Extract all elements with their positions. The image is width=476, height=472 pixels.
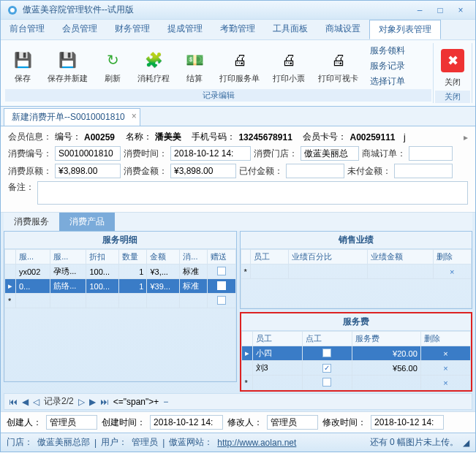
paid-input[interactable] [286, 164, 344, 178]
nav-step-back[interactable]: ◁ [33, 397, 39, 407]
ctime-label: 创建时间： [102, 416, 146, 429]
col-del[interactable]: 删除 [433, 250, 471, 264]
table-new-row[interactable]: *× [241, 376, 471, 390]
status-store-value: 傲蓝美丽总部 [37, 436, 90, 449]
creator-input[interactable] [46, 415, 97, 430]
piece-checkbox[interactable] [322, 378, 331, 387]
money-icon: 💵 [183, 48, 206, 72]
mtime-label: 修改时间： [322, 416, 366, 429]
col-gift[interactable]: 赠送 [208, 250, 235, 264]
print-ticket-button[interactable]: 🖨打印小票 [267, 43, 311, 89]
save-new-button[interactable]: 💾保存并新建 [42, 43, 94, 89]
menu-tab-0[interactable]: 前台管理 [1, 20, 53, 39]
select-order-link[interactable]: 选择订单 [366, 74, 409, 89]
print-service-button[interactable]: 🖨打印服务单 [214, 43, 265, 89]
refresh-button[interactable]: ↻刷新 [95, 43, 130, 89]
record-navigator: ⏮ ◀ ◁ 记录2/2 ▷ ▶ ⏭ <="span">+ − [4, 393, 472, 410]
gift-checkbox[interactable] [217, 281, 226, 290]
col-type[interactable]: 消... [180, 250, 208, 264]
col-pct[interactable]: 业绩百分比 [289, 250, 368, 264]
member-cardno-value: A00259111 [350, 132, 395, 142]
table-new-row[interactable]: *× [241, 264, 472, 279]
nav-step-fwd[interactable]: ▷ [78, 397, 85, 407]
ribbon-group-label-edit: 记录编辑 [5, 89, 431, 102]
delete-button[interactable]: × [420, 361, 470, 376]
gift-checkbox[interactable] [217, 267, 226, 275]
save-button[interactable]: 💾保存 [5, 43, 40, 89]
document-tab[interactable]: 新建消费开单--S0010001810 × [4, 108, 140, 126]
nav-last[interactable]: ⏭ [100, 397, 109, 407]
titlebar: 傲蓝美容院管理软件--试用版 – □ × [1, 1, 475, 19]
nav-first[interactable]: ⏮ [9, 397, 18, 407]
table-row[interactable]: 刘3¥56.00× [241, 361, 471, 376]
orig-amount-input[interactable] [55, 164, 121, 178]
mall-order-input[interactable] [409, 146, 453, 161]
menu-tab-2[interactable]: 财务管理 [106, 20, 159, 39]
col-discount[interactable]: 折扣 [86, 250, 119, 264]
menu-tab-6[interactable]: 商城设置 [317, 20, 369, 39]
ribbon-group-label-close: 关闭 [435, 91, 470, 103]
resize-grip-icon[interactable]: ◢ [463, 438, 469, 448]
status-site-link[interactable]: http://www.aolan.net [217, 438, 296, 448]
menu-tab-5[interactable]: 工具面板 [264, 20, 317, 39]
menu-tab-3[interactable]: 提成管理 [159, 20, 211, 39]
col-emp[interactable]: 员工 [252, 332, 302, 346]
service-detail-title: 服务明细 [4, 232, 236, 249]
maximize-button[interactable]: □ [431, 5, 449, 15]
remark-label: 备注： [8, 181, 34, 194]
piece-checkbox[interactable] [322, 349, 331, 357]
nav-delete[interactable]: − [163, 397, 168, 407]
modifier-input[interactable] [267, 415, 318, 430]
minimize-button[interactable]: – [411, 5, 428, 15]
menu-tab-4[interactable]: 考勤管理 [211, 20, 264, 39]
table-row[interactable]: ▸ 0...筋络...100...1¥39...标准 [5, 279, 236, 294]
piece-checkbox[interactable] [322, 364, 331, 373]
order-no-input[interactable] [55, 146, 121, 161]
member-name-label: 名称： [126, 131, 152, 143]
sales-grid-title: 销售业绩 [241, 232, 472, 249]
col-code[interactable]: 服... [16, 250, 50, 264]
col-del[interactable]: 删除 [420, 332, 470, 346]
col-name[interactable]: 服... [50, 250, 86, 264]
col-qty[interactable]: 数量 [119, 250, 147, 264]
col-amt[interactable]: 业绩金额 [368, 250, 433, 264]
consume-course-button[interactable]: 🧩消耗疗程 [132, 43, 175, 89]
order-time-input[interactable] [170, 146, 251, 161]
creator-label: 创建人： [7, 416, 42, 429]
print-card-button[interactable]: 🖨打印可视卡 [312, 43, 364, 89]
remark-input[interactable] [37, 181, 468, 205]
table-row[interactable]: ▸小四¥20.00× [241, 346, 471, 361]
mtime-input[interactable] [371, 415, 444, 430]
close-button[interactable]: ✖ 关闭 [435, 43, 470, 91]
menu-bar: 前台管理 会员管理 财务管理 提成管理 考勤管理 工具面板 商城设置 对象列表管… [1, 19, 475, 40]
delete-button[interactable]: × [420, 376, 470, 390]
printer-icon: 🖨 [228, 48, 252, 72]
ctime-input[interactable] [150, 415, 223, 430]
member-scroll-right[interactable]: ▸ [464, 132, 468, 142]
unpaid-input[interactable] [394, 164, 453, 178]
table-new-row[interactable]: * [5, 294, 236, 308]
nav-next[interactable]: ▶ [89, 397, 96, 407]
status-bar: 门店： 傲蓝美丽总部 | 用户： 管理员 | 傲蓝网站： http://www.… [1, 433, 475, 452]
table-row[interactable]: yx002孕琇...100...1¥3,...标准 [5, 264, 236, 279]
gift-checkbox[interactable] [217, 296, 226, 305]
delete-button[interactable]: × [433, 264, 471, 279]
col-emp[interactable]: 员工 [250, 250, 288, 264]
menu-tab-1[interactable]: 会员管理 [53, 20, 106, 39]
document-tab-close[interactable]: × [132, 111, 137, 121]
col-amount[interactable]: 金额 [147, 250, 180, 264]
col-piece[interactable]: 点工 [302, 332, 352, 346]
service-material-link[interactable]: 服务领料 [366, 43, 409, 58]
amount-input[interactable] [170, 164, 236, 178]
order-store-label: 消费门店： [254, 148, 298, 160]
order-store-input[interactable] [301, 146, 359, 161]
close-window-button[interactable]: × [452, 5, 469, 15]
col-fee[interactable]: 服务费 [352, 332, 420, 346]
nav-prev[interactable]: ◀ [22, 397, 29, 407]
subtab-product[interactable]: 消费产品 [59, 213, 115, 231]
menu-tab-7[interactable]: 对象列表管理 [369, 20, 441, 39]
subtab-service[interactable]: 消费服务 [4, 213, 59, 231]
delete-button[interactable]: × [420, 346, 470, 361]
settle-button[interactable]: 💵结算 [177, 43, 212, 89]
service-record-link[interactable]: 服务记录 [366, 58, 409, 74]
